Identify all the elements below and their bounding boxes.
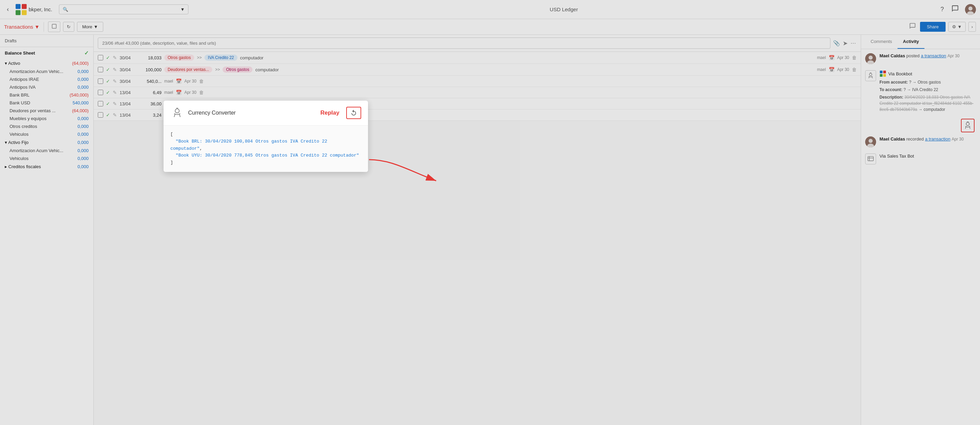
modal-code: [ "Book BRL: 30/04/2020 100,804 Otros ga… — [170, 131, 361, 166]
code-key-uyu: "Book UYU: 30/04/2020 778,845 Otros gast… — [176, 153, 359, 158]
currency-converter-modal: Currency Converter Replay [ "Book BRL: 3… — [164, 101, 368, 172]
modal-header: Currency Converter Replay — [164, 101, 368, 126]
replay-icon — [350, 110, 357, 116]
code-line-2: "Book BRL: 30/04/2020 100,804 Otros gast… — [170, 138, 361, 152]
code-key-brl: "Book BRL: 30/04/2020 100,804 Otros gast… — [170, 139, 327, 151]
replay-button[interactable]: Replay — [320, 110, 339, 116]
modal-bot-icon — [170, 106, 184, 120]
modal-overlay: Currency Converter Replay [ "Book BRL: 3… — [0, 0, 980, 425]
replay-icon-button[interactable] — [346, 107, 361, 119]
red-arrow-svg — [0, 0, 980, 425]
code-line-1: [ — [170, 131, 361, 138]
code-line-3: "Book UYU: 30/04/2020 778,845 Otros gast… — [170, 152, 361, 159]
currency-converter-icon — [171, 107, 183, 119]
code-line-4: ] — [170, 159, 361, 166]
modal-body: [ "Book BRL: 30/04/2020 100,804 Otros ga… — [164, 126, 368, 172]
svg-point-27 — [175, 109, 179, 113]
modal-title: Currency Converter — [188, 110, 316, 116]
